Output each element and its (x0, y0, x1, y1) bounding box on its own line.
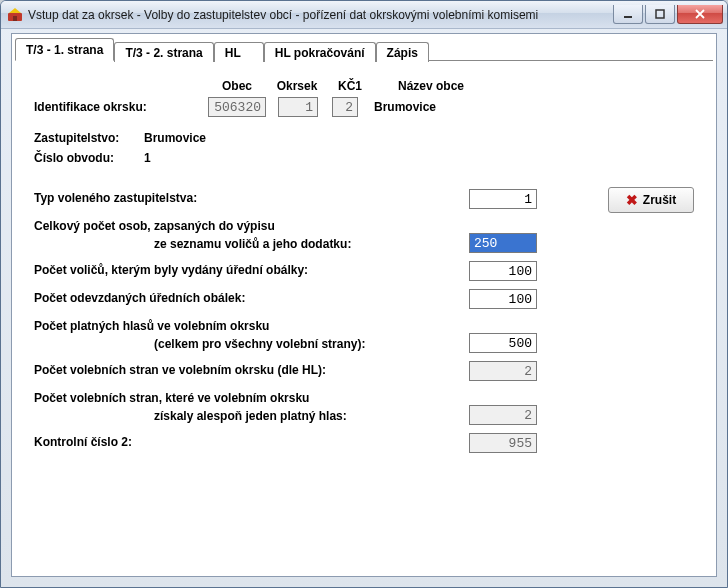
hdr-obec: Obec (206, 79, 268, 93)
zast-value: Brumovice (144, 131, 206, 145)
svg-rect-3 (656, 10, 664, 18)
row-typ: Typ voleného zastupitelstva: (34, 189, 694, 209)
window-controls (613, 5, 723, 24)
page-content: Obec Okrsek KČ1 Název obce Identifikace … (12, 61, 716, 471)
strany-hlas-label: Počet volebních stran, které ve volebním… (34, 389, 469, 425)
minimize-button[interactable] (613, 5, 643, 24)
hlasy-field[interactable] (469, 333, 537, 353)
hdr-kc1: KČ1 (326, 79, 374, 93)
okrsek-field (278, 97, 318, 117)
obvod-value: 1 (144, 151, 151, 165)
app-window: Vstup dat za okrsek - Volby do zastupite… (0, 0, 728, 588)
close-button[interactable] (677, 5, 723, 24)
form-area: ✖ Zrušit Typ voleného zastupitelstva: Ce… (34, 189, 694, 453)
row-strany-hlas: Počet volebních stran, které ve volebním… (34, 389, 694, 425)
strany-hlas-field (469, 405, 537, 425)
titlebar[interactable]: Vstup dat za okrsek - Volby do zastupite… (1, 1, 727, 29)
header-row: Obec Okrsek KČ1 Název obce (206, 79, 694, 93)
tab-zapis[interactable]: Zápis (376, 42, 429, 62)
app-icon (7, 7, 23, 23)
obalky-odevzdane-field[interactable] (469, 289, 537, 309)
row-kc2: Kontrolní číslo 2: (34, 433, 694, 453)
typ-field[interactable] (469, 189, 537, 209)
ident-label: Identifikace okrsku: (34, 100, 169, 114)
strany-hl-field (469, 361, 537, 381)
tab-hl-pokr[interactable]: HL pokračování (264, 42, 376, 62)
tab-t3-2[interactable]: T/3 - 2. strana (114, 42, 213, 62)
svg-rect-1 (13, 16, 17, 21)
row-osoby: Celkový počet osob, zapsaných do výpisu … (34, 217, 694, 253)
window-title: Vstup dat za okrsek - Volby do zastupite… (28, 8, 613, 22)
osoby-field[interactable] (469, 233, 537, 253)
hdr-nazev: Název obce (374, 79, 484, 93)
osoby-label: Celkový počet osob, zapsaných do výpisu … (34, 217, 469, 253)
row-obalky-odevzdane: Počet odevzdaných úředních obálek: (34, 289, 694, 309)
cancel-x-icon: ✖ (626, 192, 638, 208)
svg-rect-2 (624, 16, 632, 18)
obvod-label: Číslo obvodu: (34, 151, 144, 165)
maximize-button[interactable] (645, 5, 675, 24)
obalky-odevzdane-label: Počet odevzdaných úředních obálek: (34, 289, 469, 307)
row-hlasy: Počet platných hlasů ve volebním okrsku … (34, 317, 694, 353)
zast-row: Zastupitelstvo: Brumovice (34, 131, 694, 145)
tab-hl[interactable]: HL (214, 42, 264, 62)
kc2-label: Kontrolní číslo 2: (34, 433, 469, 451)
obalky-vydane-field[interactable] (469, 261, 537, 281)
zast-label: Zastupitelstvo: (34, 131, 144, 145)
client-area: T/3 - 1. strana T/3 - 2. strana HL HL po… (11, 33, 717, 577)
tab-bar: T/3 - 1. strana T/3 - 2. strana HL HL po… (12, 34, 716, 60)
obalky-vydane-label: Počet voličů, kterým byly vydány úřední … (34, 261, 469, 279)
kc2-field (469, 433, 537, 453)
hlasy-label: Počet platných hlasů ve volebním okrsku … (34, 317, 469, 353)
obec-name: Brumovice (374, 100, 436, 114)
typ-label: Typ voleného zastupitelstva: (34, 189, 469, 207)
row-strany-hl: Počet volebních stran ve volebním okrsku… (34, 361, 694, 381)
cancel-button[interactable]: ✖ Zrušit (608, 187, 694, 213)
ident-row: Identifikace okrsku: Brumovice (34, 97, 694, 117)
tab-t3-1[interactable]: T/3 - 1. strana (15, 38, 114, 61)
strany-hl-label: Počet volebních stran ve volebním okrsku… (34, 361, 469, 379)
obec-field (208, 97, 266, 117)
cancel-label: Zrušit (643, 193, 676, 207)
row-obalky-vydane: Počet voličů, kterým byly vydány úřední … (34, 261, 694, 281)
hdr-okrsek: Okrsek (268, 79, 326, 93)
kc1-field (332, 97, 358, 117)
obvod-row: Číslo obvodu: 1 (34, 151, 694, 165)
